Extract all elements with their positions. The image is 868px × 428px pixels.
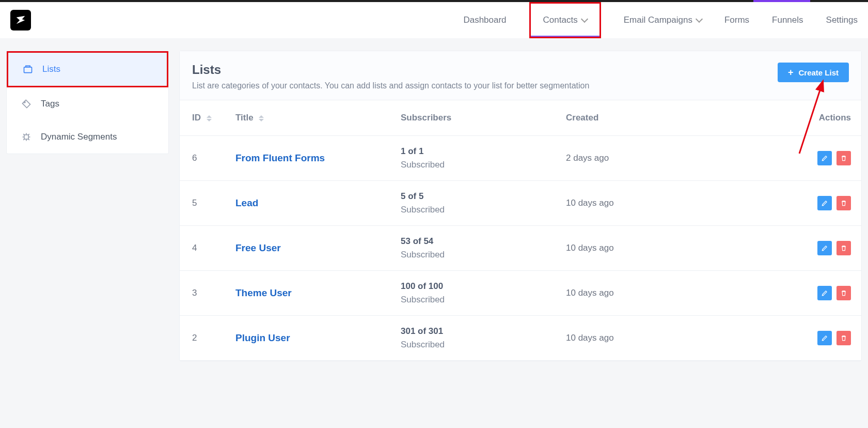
pencil-icon xyxy=(821,244,828,252)
cell-actions xyxy=(691,181,861,226)
cell-actions xyxy=(691,136,861,181)
list-title-link[interactable]: Plugin User xyxy=(235,332,290,343)
nav-email-campaigns[interactable]: Email Campaigns xyxy=(624,2,702,38)
nav-settings[interactable]: Settings xyxy=(826,2,858,38)
cell-id: 4 xyxy=(180,226,226,271)
trash-icon xyxy=(840,200,847,207)
app-header: Dashboard Contacts Email Campaigns Forms… xyxy=(0,2,868,38)
cell-id: 2 xyxy=(180,316,226,361)
trash-icon xyxy=(840,334,847,342)
cell-created: 10 days ago xyxy=(557,226,691,271)
cell-created: 2 days ago xyxy=(557,136,691,181)
cell-id: 6 xyxy=(180,136,226,181)
nav-funnels[interactable]: Funnels xyxy=(772,2,803,38)
pencil-icon xyxy=(821,334,828,342)
cell-created: 10 days ago xyxy=(557,271,691,316)
cell-actions xyxy=(691,271,861,316)
sidebar-item-label: Lists xyxy=(42,64,60,74)
cell-title: Lead xyxy=(226,181,391,226)
list-title-link[interactable]: From Fluent Forms xyxy=(235,152,325,163)
edit-button[interactable] xyxy=(817,151,832,165)
page-title: Lists xyxy=(192,63,589,77)
col-header-subscribers: Subscribers xyxy=(391,100,557,136)
trash-icon xyxy=(840,244,847,252)
cell-subscribers: 53 of 54 Subscribed xyxy=(391,226,557,271)
pencil-icon xyxy=(821,155,828,162)
nav-dashboard[interactable]: Dashboard xyxy=(463,2,506,38)
chevron-down-icon xyxy=(696,16,703,23)
pencil-icon xyxy=(821,200,828,207)
cell-subscribers: 5 of 5 Subscribed xyxy=(391,181,557,226)
sidebar-item-lists[interactable]: Lists xyxy=(8,53,167,86)
edit-button[interactable] xyxy=(817,196,832,210)
sort-icon xyxy=(207,115,212,121)
cell-subscribers: 1 of 1 Subscribed xyxy=(391,136,557,181)
nav-forms[interactable]: Forms xyxy=(724,2,749,38)
trash-icon xyxy=(840,155,847,162)
logo-icon xyxy=(15,14,26,26)
table-row: 2 Plugin User 301 of 301 Subscribed 10 d… xyxy=(180,316,861,361)
subscriber-status: Subscribed xyxy=(401,160,547,170)
subscriber-status: Subscribed xyxy=(401,250,547,260)
nav-label: Email Campaigns xyxy=(624,15,692,25)
cell-actions xyxy=(691,226,861,271)
svg-point-1 xyxy=(24,101,25,103)
table-row: 6 From Fluent Forms 1 of 1 Subscribed 2 … xyxy=(180,136,861,181)
nav-label: Contacts xyxy=(543,15,578,25)
table-row: 4 Free User 53 of 54 Subscribed 10 days … xyxy=(180,226,861,271)
sidebar-item-dynamic-segments[interactable]: Dynamic Segments xyxy=(7,120,168,154)
cell-subscribers: 100 of 100 Subscribed xyxy=(391,271,557,316)
col-header-id[interactable]: ID xyxy=(180,100,226,136)
folder-icon xyxy=(23,64,33,74)
sidebar-item-label: Tags xyxy=(41,99,59,109)
content-panel: Lists List are categories of your contac… xyxy=(179,51,862,361)
col-header-title[interactable]: Title xyxy=(226,100,391,136)
edit-button[interactable] xyxy=(817,286,832,300)
annotation-highlight-lists: Lists xyxy=(7,51,168,87)
cell-title: Plugin User xyxy=(226,316,391,361)
subscriber-status: Subscribed xyxy=(401,295,547,305)
cell-created: 10 days ago xyxy=(557,316,691,361)
main-nav: Dashboard Contacts Email Campaigns Forms… xyxy=(463,2,858,38)
edit-button[interactable] xyxy=(817,241,832,255)
sidebar: Lists Tags Dynamic Segments xyxy=(6,51,169,154)
plus-icon: + xyxy=(788,68,794,77)
delete-button[interactable] xyxy=(837,286,851,300)
edit-button[interactable] xyxy=(817,331,832,345)
tag-icon xyxy=(21,99,31,109)
delete-button[interactable] xyxy=(837,151,851,165)
cell-title: From Fluent Forms xyxy=(226,136,391,181)
create-button-label: Create List xyxy=(798,68,839,77)
delete-button[interactable] xyxy=(837,331,851,345)
subscriber-count: 100 of 100 xyxy=(401,281,547,292)
cell-subscribers: 301 of 301 Subscribed xyxy=(391,316,557,361)
list-title-link[interactable]: Lead xyxy=(235,197,258,208)
nav-contacts[interactable]: Contacts xyxy=(529,2,601,38)
lists-table: ID Title Subscribers Created Actions 6 F… xyxy=(180,100,861,361)
subscriber-count: 301 of 301 xyxy=(401,326,547,337)
svg-rect-2 xyxy=(24,135,28,139)
create-list-button[interactable]: + Create List xyxy=(778,63,849,82)
pencil-icon xyxy=(821,289,828,297)
sidebar-item-label: Dynamic Segments xyxy=(41,132,117,142)
subscriber-count: 1 of 1 xyxy=(401,146,547,157)
col-header-actions: Actions xyxy=(691,100,861,136)
cell-title: Theme User xyxy=(226,271,391,316)
col-header-created: Created xyxy=(557,100,691,136)
list-title-link[interactable]: Free User xyxy=(235,242,281,253)
delete-button[interactable] xyxy=(837,196,851,210)
page-layout: Lists Tags Dynamic Segments Lists List a… xyxy=(0,38,868,361)
list-title-link[interactable]: Theme User xyxy=(235,287,292,298)
content-header: Lists List are categories of your contac… xyxy=(180,51,861,100)
cell-actions xyxy=(691,316,861,361)
table-row: 5 Lead 5 of 5 Subscribed 10 days ago xyxy=(180,181,861,226)
page-subtitle: List are categories of your contacts. Yo… xyxy=(192,81,589,90)
subscriber-count: 5 of 5 xyxy=(401,191,547,202)
app-logo[interactable] xyxy=(10,10,31,30)
delete-button[interactable] xyxy=(837,241,851,255)
nav-label: Funnels xyxy=(772,15,803,25)
svg-rect-0 xyxy=(24,67,32,73)
chevron-down-icon xyxy=(581,16,588,23)
sidebar-item-tags[interactable]: Tags xyxy=(7,87,168,120)
sort-icon xyxy=(259,115,264,121)
